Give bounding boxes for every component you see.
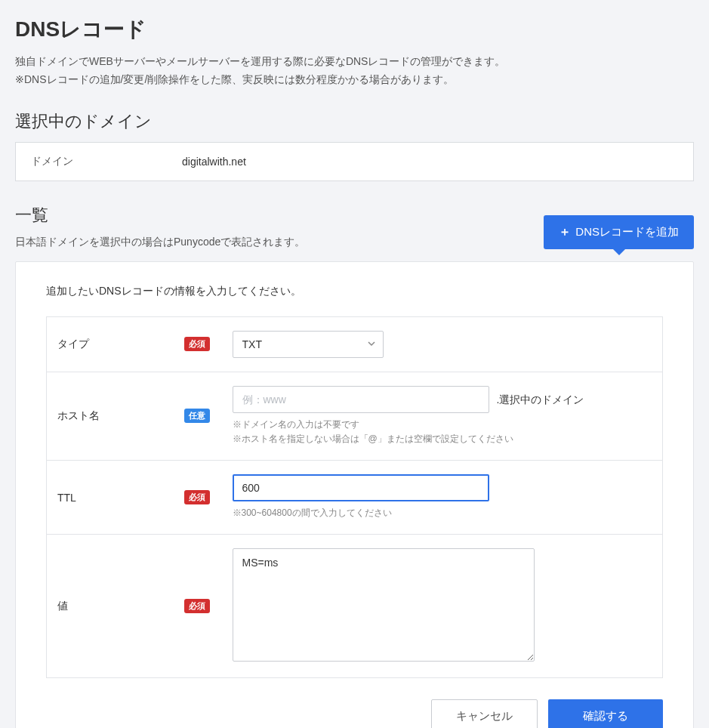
form-row-value: 値 必須: [47, 535, 663, 678]
host-label: ホスト名: [57, 409, 100, 423]
required-badge: 必須: [184, 490, 210, 504]
form-row-type: タイプ 必須 TXT: [47, 316, 663, 372]
form-row-ttl: TTL 必須 ※300~604800の間で入力してください: [47, 460, 663, 534]
required-badge: 必須: [184, 599, 210, 613]
add-dns-record-button[interactable]: ＋ DNSレコードを追加: [544, 215, 694, 249]
page-description-line2: ※DNSレコードの追加/変更/削除操作をした際、実反映には数分程度かかる場合があ…: [15, 71, 694, 89]
form-row-host: ホスト名 任意 .選択中のドメイン ※ドメイン名の入力は不要です ※ホスト名を指…: [47, 372, 663, 460]
ttl-label: TTL: [57, 492, 76, 504]
host-hint-1: ※ドメイン名の入力は不要です: [233, 418, 651, 432]
host-hint-2: ※ホスト名を指定しない場合は「@」または空欄で設定してください: [233, 432, 651, 446]
host-input[interactable]: [233, 386, 489, 413]
optional-badge: 任意: [184, 409, 210, 423]
page-description-line1: 独自ドメインでWEBサーバーやメールサーバーを運用する際に必要なDNSレコードの…: [15, 53, 694, 71]
confirm-button[interactable]: 確認する: [548, 699, 663, 728]
domain-label: ドメイン: [16, 143, 167, 180]
host-suffix: .選択中のドメイン: [496, 393, 584, 406]
value-textarea[interactable]: [233, 548, 535, 662]
domain-value: digitalwith.net: [167, 143, 261, 180]
selected-domain-box: ドメイン digitalwith.net: [15, 142, 694, 181]
list-heading: 一覧: [15, 204, 544, 227]
ttl-hint: ※300~604800の間で入力してください: [233, 506, 651, 520]
type-select[interactable]: TXT: [233, 331, 384, 358]
value-label: 値: [57, 600, 68, 613]
selected-domain-heading: 選択中のドメイン: [15, 110, 694, 133]
page-title: DNSレコード: [15, 15, 694, 44]
list-note: 日本語ドメインを選択中の場合はPunycodeで表記されます。: [15, 236, 544, 249]
type-label: タイプ: [57, 338, 89, 351]
required-badge: 必須: [184, 337, 210, 351]
cancel-button[interactable]: キャンセル: [431, 699, 538, 728]
form-intro: 追加したいDNSレコードの情報を入力してください。: [46, 285, 663, 298]
form-table: タイプ 必須 TXT: [46, 316, 663, 679]
dns-record-form: 追加したいDNSレコードの情報を入力してください。 タイプ 必須 TXT: [15, 261, 694, 728]
add-button-label: DNSレコードを追加: [575, 225, 679, 239]
plus-icon: ＋: [559, 224, 571, 240]
ttl-input[interactable]: [233, 474, 489, 501]
